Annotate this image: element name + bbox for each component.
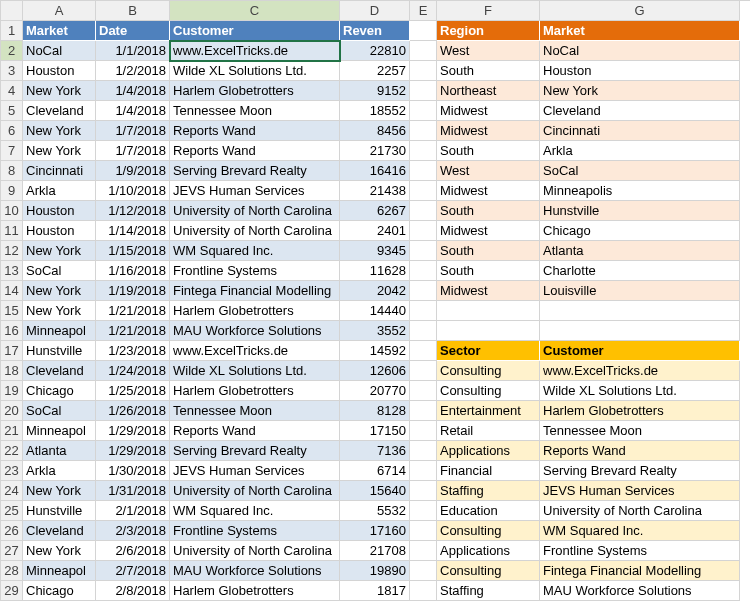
t2-cell[interactable]: New York bbox=[540, 81, 740, 101]
row-header-5[interactable]: 5 bbox=[1, 101, 23, 121]
row-header-15[interactable]: 15 bbox=[1, 301, 23, 321]
t1-cell[interactable]: 22810 bbox=[340, 41, 410, 61]
t3-cell[interactable]: Frontline Systems bbox=[540, 541, 740, 561]
t1-cell[interactable]: New York bbox=[23, 241, 96, 261]
row-header-1[interactable]: 1 bbox=[1, 21, 23, 41]
empty-cell[interactable] bbox=[437, 301, 540, 321]
empty-cell[interactable] bbox=[410, 221, 437, 241]
row-header-29[interactable]: 29 bbox=[1, 581, 23, 601]
col-header-C[interactable]: C bbox=[170, 1, 340, 21]
spreadsheet-grid[interactable]: ABCDEFG1MarketDateCustomerRevenRegionMar… bbox=[0, 0, 750, 601]
t1-cell[interactable]: 3552 bbox=[340, 321, 410, 341]
t1-cell[interactable]: MAU Workforce Solutions bbox=[170, 561, 340, 581]
t1-cell[interactable]: New York bbox=[23, 141, 96, 161]
row-header-25[interactable]: 25 bbox=[1, 501, 23, 521]
empty-cell[interactable] bbox=[410, 141, 437, 161]
row-header-19[interactable]: 19 bbox=[1, 381, 23, 401]
t2-cell[interactable]: Midwest bbox=[437, 101, 540, 121]
t1-cell[interactable]: 1/7/2018 bbox=[96, 121, 170, 141]
t1-cell[interactable]: 1/10/2018 bbox=[96, 181, 170, 201]
t1-cell[interactable]: 1/23/2018 bbox=[96, 341, 170, 361]
t1-cell[interactable]: 8456 bbox=[340, 121, 410, 141]
empty-cell[interactable] bbox=[410, 261, 437, 281]
t1-cell[interactable]: 1/14/2018 bbox=[96, 221, 170, 241]
row-header-20[interactable]: 20 bbox=[1, 401, 23, 421]
t2-header-region[interactable]: Region bbox=[437, 21, 540, 41]
row-header-22[interactable]: 22 bbox=[1, 441, 23, 461]
t3-cell[interactable]: Harlem Globetrotters bbox=[540, 401, 740, 421]
t1-cell[interactable]: University of North Carolina bbox=[170, 201, 340, 221]
t1-cell[interactable]: NoCal bbox=[23, 41, 96, 61]
empty-cell[interactable] bbox=[410, 121, 437, 141]
t2-cell[interactable]: Midwest bbox=[437, 281, 540, 301]
t1-cell[interactable]: 21708 bbox=[340, 541, 410, 561]
empty-cell[interactable] bbox=[410, 321, 437, 341]
t3-cell[interactable]: Retail bbox=[437, 421, 540, 441]
t1-cell[interactable]: 6267 bbox=[340, 201, 410, 221]
t3-cell[interactable]: JEVS Human Services bbox=[540, 481, 740, 501]
empty-cell[interactable] bbox=[410, 401, 437, 421]
t2-cell[interactable]: Houston bbox=[540, 61, 740, 81]
t1-cell[interactable]: 12606 bbox=[340, 361, 410, 381]
t1-cell[interactable]: New York bbox=[23, 481, 96, 501]
t1-cell[interactable]: 14592 bbox=[340, 341, 410, 361]
col-header-B[interactable]: B bbox=[96, 1, 170, 21]
row-header-10[interactable]: 10 bbox=[1, 201, 23, 221]
t3-cell[interactable]: Education bbox=[437, 501, 540, 521]
t1-cell[interactable]: 1/21/2018 bbox=[96, 321, 170, 341]
t1-cell[interactable]: 5532 bbox=[340, 501, 410, 521]
t1-header-customer[interactable]: Customer bbox=[170, 21, 340, 41]
t1-cell[interactable]: Frontline Systems bbox=[170, 521, 340, 541]
t1-cell[interactable]: Fintega Financial Modelling bbox=[170, 281, 340, 301]
t2-cell[interactable]: West bbox=[437, 41, 540, 61]
row-header-21[interactable]: 21 bbox=[1, 421, 23, 441]
row-header-3[interactable]: 3 bbox=[1, 61, 23, 81]
t1-cell[interactable]: University of North Carolina bbox=[170, 481, 340, 501]
t2-cell[interactable]: Chicago bbox=[540, 221, 740, 241]
t3-cell[interactable]: University of North Carolina bbox=[540, 501, 740, 521]
t1-cell[interactable]: Minneapol bbox=[23, 321, 96, 341]
t2-cell[interactable]: Charlotte bbox=[540, 261, 740, 281]
t1-cell[interactable]: Harlem Globetrotters bbox=[170, 81, 340, 101]
t3-header-sector[interactable]: Sector bbox=[437, 341, 540, 361]
t1-cell[interactable]: 1/15/2018 bbox=[96, 241, 170, 261]
row-header-6[interactable]: 6 bbox=[1, 121, 23, 141]
t1-cell[interactable]: 1/29/2018 bbox=[96, 421, 170, 441]
t1-cell[interactable]: 17150 bbox=[340, 421, 410, 441]
row-header-18[interactable]: 18 bbox=[1, 361, 23, 381]
t2-cell[interactable]: Atlanta bbox=[540, 241, 740, 261]
t1-cell[interactable]: Cleveland bbox=[23, 521, 96, 541]
t2-cell[interactable]: South bbox=[437, 261, 540, 281]
t1-cell[interactable]: JEVS Human Services bbox=[170, 461, 340, 481]
t1-cell[interactable]: Frontline Systems bbox=[170, 261, 340, 281]
empty-cell[interactable] bbox=[540, 321, 740, 341]
t3-cell[interactable]: Tennessee Moon bbox=[540, 421, 740, 441]
t1-cell[interactable]: www.ExcelTricks.de bbox=[170, 41, 340, 61]
t3-cell[interactable]: www.ExcelTricks.de bbox=[540, 361, 740, 381]
row-header-9[interactable]: 9 bbox=[1, 181, 23, 201]
empty-cell[interactable] bbox=[410, 441, 437, 461]
t2-cell[interactable]: Northeast bbox=[437, 81, 540, 101]
t1-cell[interactable]: Houston bbox=[23, 221, 96, 241]
row-header-13[interactable]: 13 bbox=[1, 261, 23, 281]
t1-cell[interactable]: Reports Wand bbox=[170, 421, 340, 441]
row-header-27[interactable]: 27 bbox=[1, 541, 23, 561]
t2-cell[interactable]: South bbox=[437, 241, 540, 261]
t1-cell[interactable]: MAU Workforce Solutions bbox=[170, 321, 340, 341]
t1-cell[interactable]: Minneapol bbox=[23, 561, 96, 581]
t1-cell[interactable]: 7136 bbox=[340, 441, 410, 461]
t1-cell[interactable]: 1/16/2018 bbox=[96, 261, 170, 281]
row-header-11[interactable]: 11 bbox=[1, 221, 23, 241]
t1-header-reven[interactable]: Reven bbox=[340, 21, 410, 41]
t3-cell[interactable]: Reports Wand bbox=[540, 441, 740, 461]
t1-header-date[interactable]: Date bbox=[96, 21, 170, 41]
t1-cell[interactable]: SoCal bbox=[23, 401, 96, 421]
empty-cell[interactable] bbox=[410, 301, 437, 321]
t1-cell[interactable]: 1/29/2018 bbox=[96, 441, 170, 461]
t1-cell[interactable]: 9152 bbox=[340, 81, 410, 101]
t2-cell[interactable]: West bbox=[437, 161, 540, 181]
t3-cell[interactable]: Entertainment bbox=[437, 401, 540, 421]
empty-cell[interactable] bbox=[437, 321, 540, 341]
t2-cell[interactable]: Minneapolis bbox=[540, 181, 740, 201]
t1-cell[interactable]: Minneapol bbox=[23, 421, 96, 441]
